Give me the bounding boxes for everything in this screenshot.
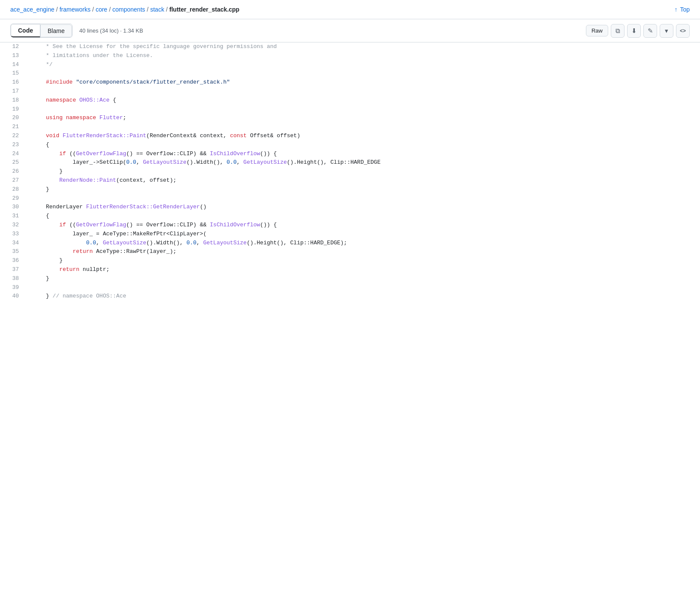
file-meta: 40 lines (34 loc) · 1.34 KB [79,27,143,34]
line-number[interactable]: 23 [0,141,26,150]
edit-button[interactable]: ✎ [643,24,657,38]
edit-icon: ✎ [648,27,653,35]
toolbar-left: Code Blame 40 lines (34 loc) · 1.34 KB [10,24,143,38]
table-row: 24 if ((GetOverflowFlag() == Overflow::C… [0,150,700,159]
table-row: 23 { [0,141,700,150]
line-content: * limitations under the License. [26,51,700,60]
breadcrumb-link-components[interactable]: components [112,6,145,13]
line-number[interactable]: 32 [0,221,26,230]
symbols-button[interactable]: <> [676,24,690,38]
more-options-button[interactable]: ▾ [660,24,673,38]
line-content: { [26,212,700,221]
line-number[interactable]: 28 [0,185,26,194]
table-row: 36 } [0,256,700,265]
table-row: 22 void FlutterRenderStack::Paint(Render… [0,132,700,141]
line-number[interactable]: 13 [0,51,26,60]
table-row: 37 return nullptr; [0,265,700,274]
line-content: return nullptr; [26,265,700,274]
line-number[interactable]: 19 [0,105,26,114]
line-number[interactable]: 33 [0,230,26,239]
breadcrumb-link-stack[interactable]: stack [150,6,164,13]
toolbar-right: Raw ⧉ ⬇ ✎ ▾ <> [586,24,690,38]
line-number[interactable]: 35 [0,247,26,256]
line-content: if ((GetOverflowFlag() == Overflow::CLIP… [26,221,700,230]
breadcrumb: ace_ace_engine / frameworks / core / com… [10,6,239,13]
line-number[interactable]: 26 [0,167,26,176]
line-number[interactable]: 25 [0,158,26,167]
raw-button[interactable]: Raw [586,25,608,36]
table-row: 20 using namespace Flutter; [0,114,700,123]
line-number[interactable]: 14 [0,60,26,69]
download-button[interactable]: ⬇ [627,24,641,38]
copy-button[interactable]: ⧉ [611,24,625,38]
line-number[interactable]: 39 [0,283,26,292]
breadcrumb-link-core[interactable]: core [96,6,107,13]
line-content: layer_ = AceType::MakeRefPtr<ClipLayer>( [26,230,700,239]
table-row: 34 0.0, GetLayoutSize().Width(), 0.0, Ge… [0,239,700,248]
table-row: 25 layer_->SetClip(0.0, GetLayoutSize().… [0,158,700,167]
copy-icon: ⧉ [616,27,620,35]
line-number[interactable]: 30 [0,203,26,212]
breadcrumb-link-frameworks[interactable]: frameworks [60,6,91,13]
line-number[interactable]: 40 [0,292,26,301]
arrow-up-icon: ↑ [674,6,677,13]
download-icon: ⬇ [631,27,637,35]
line-content [26,123,700,132]
line-number[interactable]: 12 [0,42,26,51]
code-container: 12 * See the License for the specific la… [0,42,700,301]
line-number[interactable]: 17 [0,87,26,96]
file-toolbar: Code Blame 40 lines (34 loc) · 1.34 KB R… [0,19,700,42]
line-number[interactable]: 38 [0,274,26,283]
table-row: 21 [0,123,700,132]
breadcrumb-current-file: flutter_render_stack.cpp [169,6,239,13]
line-content: layer_->SetClip(0.0, GetLayoutSize().Wid… [26,158,700,167]
line-number[interactable]: 36 [0,256,26,265]
code-tab[interactable]: Code [11,24,40,37]
table-row: 40 } // namespace OHOS::Ace [0,292,700,301]
line-number[interactable]: 34 [0,239,26,248]
line-content [26,283,700,292]
line-content: void FlutterRenderStack::Paint(RenderCon… [26,132,700,141]
line-number[interactable]: 18 [0,96,26,105]
line-content: if ((GetOverflowFlag() == Overflow::CLIP… [26,150,700,159]
line-content: 0.0, GetLayoutSize().Width(), 0.0, GetLa… [26,239,700,248]
table-row: 18 namespace OHOS::Ace { [0,96,700,105]
table-row: 29 [0,194,700,203]
table-row: 30 RenderLayer FlutterRenderStack::GetRe… [0,203,700,212]
line-number[interactable]: 20 [0,114,26,123]
blame-tab[interactable]: Blame [40,24,72,37]
line-number[interactable]: 16 [0,78,26,87]
table-row: 31 { [0,212,700,221]
table-row: 26 } [0,167,700,176]
line-number[interactable]: 15 [0,69,26,78]
line-content: #include "core/components/stack/flutter_… [26,78,700,87]
symbols-icon: <> [680,28,686,34]
table-row: 33 layer_ = AceType::MakeRefPtr<ClipLaye… [0,230,700,239]
table-row: 14 */ [0,60,700,69]
line-content: RenderLayer FlutterRenderStack::GetRende… [26,203,700,212]
top-link[interactable]: ↑ Top [674,6,690,13]
line-number[interactable]: 21 [0,123,26,132]
table-row: 38 } [0,274,700,283]
line-number[interactable]: 27 [0,176,26,185]
line-content: } [26,256,700,265]
line-content: } [26,274,700,283]
line-number[interactable]: 37 [0,265,26,274]
line-content: { [26,141,700,150]
line-number[interactable]: 24 [0,150,26,159]
code-table: 12 * See the License for the specific la… [0,42,700,301]
line-content [26,105,700,114]
table-row: 28 } [0,185,700,194]
breadcrumb-link-ace[interactable]: ace_ace_engine [10,6,54,13]
line-number[interactable]: 29 [0,194,26,203]
table-row: 39 [0,283,700,292]
line-content: RenderNode::Paint(context, offset); [26,176,700,185]
table-row: 13 * limitations under the License. [0,51,700,60]
table-row: 12 * See the License for the specific la… [0,42,700,51]
line-content: } [26,167,700,176]
table-row: 32 if ((GetOverflowFlag() == Overflow::C… [0,221,700,230]
line-number[interactable]: 22 [0,132,26,141]
line-content: namespace OHOS::Ace { [26,96,700,105]
line-content: * See the License for the specific langu… [26,42,700,51]
line-number[interactable]: 31 [0,212,26,221]
